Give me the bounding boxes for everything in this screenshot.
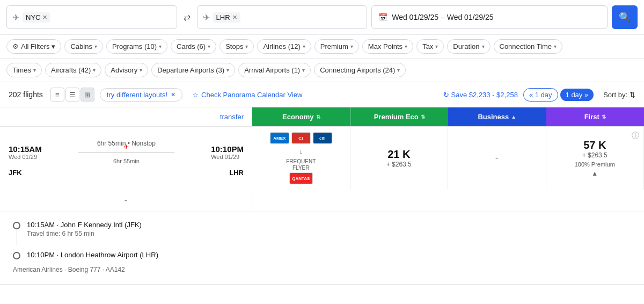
list-view-button[interactable]: ≡ xyxy=(50,88,64,102)
flight-detail-panel: 10:15AM · John F Kennedy Intl (JFK) Trav… xyxy=(0,212,644,285)
arrive-time: 10:10PM xyxy=(211,144,244,154)
premium-filter[interactable]: Premium ▾ xyxy=(314,39,359,54)
chevron-down-icon: ▾ xyxy=(554,44,557,49)
connecting-airports-filter[interactable]: Connecting Airports (24) ▾ xyxy=(314,63,406,77)
arrival-airports-filter[interactable]: Arrival Airports (1) ▾ xyxy=(238,63,311,77)
th-transfer: transfer xyxy=(0,107,252,126)
premium-eco-price-cell: - xyxy=(448,127,546,190)
chevron-down-icon: ▾ xyxy=(93,67,96,73)
grid-view-button[interactable]: ⊞ xyxy=(80,88,94,102)
next-day-button[interactable]: 1 day » xyxy=(560,89,594,101)
detail-arrival: 10:10PM · London Heathrow Airport (LHR) xyxy=(13,251,631,259)
chevron-down-icon: ▾ xyxy=(302,67,305,73)
plane-depart-icon: ✈ xyxy=(12,12,19,23)
chevron-down-icon: ▾ xyxy=(350,44,353,49)
save-icon: ↻ xyxy=(443,91,449,99)
calendar-icon: 📅 xyxy=(378,13,387,21)
sort-icon: ⇅ xyxy=(421,114,425,120)
chevron-down-icon: ▾ xyxy=(226,67,229,73)
airlines-filter[interactable]: Airlines (12) ▾ xyxy=(257,39,311,54)
th-economy[interactable]: Economy ⇅ xyxy=(252,107,350,126)
origin-field[interactable]: ✈ NYC ✕ xyxy=(6,5,177,29)
aircrafts-filter[interactable]: Aircrafts (42) ▾ xyxy=(45,63,101,77)
chevron-down-icon: ▾ xyxy=(159,44,162,49)
stops-filter[interactable]: Stops ▾ xyxy=(219,39,254,54)
arrival-dot xyxy=(13,252,20,259)
date-range-value: Wed 01/29/25 – Wed 01/29/25 xyxy=(392,13,493,21)
programs-filter[interactable]: Programs (10) ▾ xyxy=(106,39,167,54)
connection-time-filter[interactable]: Connection Time ▾ xyxy=(494,39,563,54)
business-badge: 100% Premium xyxy=(575,161,615,168)
destination-tag: LHR ✕ xyxy=(213,12,240,23)
compact-view-button[interactable]: ☰ xyxy=(65,88,79,102)
chevron-down-icon: ▾ xyxy=(435,44,438,49)
try-layout-button[interactable]: try different layouts! ✕ xyxy=(100,88,182,102)
frequent-flyer-label: FREQUENTFLYER xyxy=(286,158,316,171)
departure-airports-filter[interactable]: Departure Airports (3) ▾ xyxy=(151,63,235,77)
chevron-down-icon: ▾ xyxy=(94,44,97,49)
filter-row-1: ⚙ All Filters ▾ Cabins ▾ Programs (10) ▾… xyxy=(0,35,644,59)
sort-icon: ⇅ xyxy=(316,114,320,120)
chevron-down-icon: ▾ xyxy=(245,44,248,49)
search-button[interactable]: 🔍 xyxy=(612,5,638,29)
economy-price-cell: 21 K + $263.5 xyxy=(350,127,449,190)
dest-airport-code: LHR xyxy=(229,169,244,177)
chevron-down-icon: ▾ xyxy=(405,44,407,49)
business-points: 57 K xyxy=(583,139,606,151)
detail-departure-info: 10:15AM · John F Kennedy Intl (JFK) Trav… xyxy=(27,221,142,247)
prev-day-button[interactable]: « 1 day xyxy=(523,88,558,102)
flight-line-container: ✈ xyxy=(78,147,174,158)
destination-field[interactable]: ✈ LHR ✕ xyxy=(197,5,368,29)
filter-row-2: Times ▾ Aircrafts (42) ▾ Advisory ▾ Depa… xyxy=(0,59,644,82)
swap-button[interactable]: ⇄ xyxy=(181,10,193,25)
depart-date: Wed 01/29 xyxy=(9,154,42,160)
table-header: transfer Economy ⇅ Premium Eco ⇅ Busines… xyxy=(0,107,644,127)
view-icons: ≡ ☰ ⊞ xyxy=(50,88,94,102)
airline-info-label: American Airlines · Boeing 777 · AA142 xyxy=(13,266,631,273)
amex-card-icon: AMEX xyxy=(270,132,289,144)
tax-filter[interactable]: Tax ▾ xyxy=(416,39,444,54)
chevron-down-icon: ▾ xyxy=(33,67,36,73)
close-icon: ✕ xyxy=(171,91,175,98)
detail-connecting-line xyxy=(17,230,17,245)
duration-filter[interactable]: Duration ▾ xyxy=(447,39,490,54)
th-business[interactable]: Business ▲ xyxy=(448,107,546,126)
sort-icon: ▲ xyxy=(511,114,516,120)
sort-icon: ⇅ xyxy=(602,114,606,120)
max-points-filter[interactable]: Max Points ▾ xyxy=(362,39,413,54)
depart-time: 10:15AM xyxy=(9,144,42,154)
airline-logo-icon: ✈ xyxy=(123,143,129,151)
detail-departure: 10:15AM · John F Kennedy Intl (JFK) Trav… xyxy=(13,221,631,247)
sort-by-control[interactable]: Sort by: ⇅ xyxy=(603,91,635,99)
star-icon: ☆ xyxy=(192,91,199,99)
panorama-calendar-link[interactable]: ☆ Check Panorama Calendar View xyxy=(192,91,302,99)
advisory-filter[interactable]: Advisory ▾ xyxy=(105,63,148,77)
cards-filter[interactable]: Cards (6) ▾ xyxy=(171,39,216,54)
flight-row: 10:15AM Wed 01/29 6hr 55min • Nonstop ✈ … xyxy=(0,127,644,212)
arrive-date: Wed 01/29 xyxy=(211,154,244,160)
search-icon: 🔍 xyxy=(619,11,631,23)
save-deal-link[interactable]: ↻ Save $2,233 - $2,258 xyxy=(443,91,518,99)
business-price-cell: ⓘ 57 K + $263.5 100% Premium ▲ xyxy=(546,127,645,190)
info-icon[interactable]: ⓘ xyxy=(632,131,639,140)
origin-tag: NYC ✕ xyxy=(23,12,50,23)
times-filter[interactable]: Times ▾ xyxy=(6,63,42,77)
chevron-down-icon: ▾ xyxy=(140,67,142,73)
th-first[interactable]: First ⇅ xyxy=(546,107,645,126)
detail-arrival-dot-col xyxy=(13,251,20,259)
departure-dot xyxy=(13,222,20,229)
date-field[interactable]: 📅 Wed 01/29/25 – Wed 01/29/25 xyxy=(371,5,608,29)
chevron-down-icon: ▾ xyxy=(52,42,55,50)
all-filters-button[interactable]: ⚙ All Filters ▾ xyxy=(6,39,61,54)
destination-clear[interactable]: ✕ xyxy=(232,14,237,21)
expand-icon[interactable]: ▲ xyxy=(591,170,598,177)
origin-clear[interactable]: ✕ xyxy=(42,14,47,21)
cabins-filter[interactable]: Cabins ▾ xyxy=(64,39,103,54)
th-premium-eco[interactable]: Premium Eco ⇅ xyxy=(350,107,449,126)
flight-line xyxy=(78,153,174,153)
chevron-down-icon: ▾ xyxy=(208,44,210,49)
flight-times-row: 10:15AM Wed 01/29 6hr 55min • Nonstop ✈ … xyxy=(9,140,244,164)
flight-details: 10:15AM Wed 01/29 6hr 55min • Nonstop ✈ … xyxy=(0,127,252,190)
arrival-time-label: 10:10PM · London Heathrow Airport (LHR) xyxy=(27,251,158,259)
departure-time-label: 10:15AM · John F Kennedy Intl (JFK) xyxy=(27,221,142,229)
